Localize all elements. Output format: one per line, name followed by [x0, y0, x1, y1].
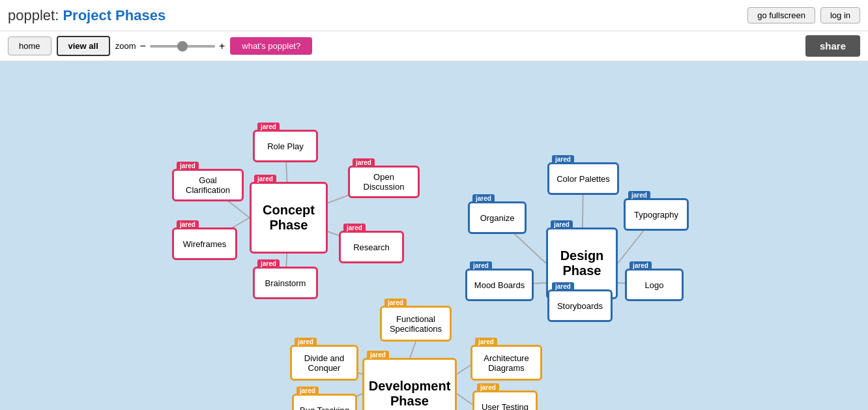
whats-popplet-button[interactable]: what's popplet?: [230, 37, 312, 55]
logo-card[interactable]: jared Logo: [625, 269, 684, 301]
arch-diagrams-card[interactable]: jared Architecture Diagrams: [470, 345, 542, 381]
concept-phase-text: Concept Phase: [252, 184, 326, 252]
organize-card[interactable]: jared Organize: [468, 201, 527, 234]
share-button[interactable]: share: [805, 35, 860, 57]
functional-spec-text: Functional Specifications: [382, 308, 450, 340]
bug-tracking-label: jared: [297, 387, 319, 395]
color-palettes-text: Color Palettes: [549, 164, 617, 193]
zoom-control: zoom − +: [115, 40, 225, 52]
divide-conquer-card[interactable]: jared Divide and Conquer: [290, 345, 358, 381]
typography-text: Typography: [626, 200, 687, 229]
brainstorm-label: jared: [257, 259, 280, 268]
mood-boards-card[interactable]: jared Mood Boards: [465, 269, 534, 301]
open-discussion-text: Open Discussion: [350, 168, 418, 196]
user-testing-card[interactable]: jared User Testing: [472, 390, 538, 410]
zoom-plus-button[interactable]: +: [219, 40, 225, 52]
logo-text: Logo: [627, 271, 682, 299]
arch-diagrams-text: Architecture Diagrams: [472, 347, 540, 379]
goal-clarification-card[interactable]: jared Goal Clarification: [172, 169, 244, 201]
typography-label: jared: [628, 191, 650, 199]
mood-boards-text: Mood Boards: [467, 271, 532, 299]
wireframes-text: Wireframes: [174, 229, 235, 258]
zoom-label: zoom: [115, 41, 136, 51]
zoom-minus-button[interactable]: −: [140, 40, 146, 52]
role-play-card[interactable]: jared Role Play: [253, 130, 318, 162]
development-phase-label: jared: [367, 351, 389, 359]
storyboards-card[interactable]: jared Storyboards: [547, 289, 613, 322]
zoom-slider[interactable]: [150, 45, 215, 48]
goal-clarification-text: Goal Clarification: [174, 171, 242, 199]
functional-spec-card[interactable]: jared Functional Specifications: [380, 306, 452, 342]
goal-clarification-label: jared: [177, 162, 199, 170]
typography-card[interactable]: jared Typography: [624, 198, 689, 231]
app-logo: popplet: Project Phases: [8, 7, 166, 24]
open-discussion-card[interactable]: jared Open Discussion: [348, 166, 420, 198]
functional-spec-label: jared: [384, 299, 407, 307]
wireframes-card[interactable]: jared Wireframes: [172, 227, 237, 260]
development-phase-card[interactable]: jared Development Phase: [362, 358, 457, 410]
fullscreen-button[interactable]: go fullscreen: [747, 7, 815, 23]
color-palettes-label: jared: [552, 155, 574, 164]
header: popplet: Project Phases go fullscreen lo…: [0, 0, 868, 31]
organize-text: Organize: [470, 203, 525, 232]
design-phase-label: jared: [551, 220, 573, 229]
toolbar: home view all zoom − + what's popplet? s…: [0, 31, 868, 61]
role-play-label: jared: [257, 123, 280, 131]
open-discussion-label: jared: [353, 158, 375, 167]
user-testing-text: User Testing: [474, 392, 536, 410]
concept-phase-card[interactable]: jared Concept Phase: [250, 182, 328, 254]
divide-conquer-text: Divide and Conquer: [292, 347, 356, 379]
logo-label: jared: [629, 261, 652, 270]
login-button[interactable]: log in: [820, 7, 860, 23]
brainstorm-card[interactable]: jared Brainstorm: [253, 267, 318, 299]
wireframes-label: jared: [177, 220, 199, 229]
research-label: jared: [343, 224, 366, 232]
bug-tracking-text: Bug Tracking: [294, 396, 355, 410]
home-button[interactable]: home: [8, 37, 51, 55]
divide-conquer-label: jared: [295, 338, 317, 346]
role-play-text: Role Play: [255, 132, 316, 160]
brainstorm-text: Brainstorm: [255, 269, 316, 297]
app-title: Project Phases: [59, 7, 166, 23]
research-text: Research: [341, 233, 402, 261]
bug-tracking-card[interactable]: jared Bug Tracking: [292, 394, 357, 410]
header-actions: go fullscreen log in: [747, 7, 860, 23]
organize-label: jared: [472, 194, 495, 203]
development-phase-text: Development Phase: [364, 360, 455, 410]
user-testing-label: jared: [477, 383, 499, 392]
storyboards-label: jared: [552, 282, 574, 291]
viewall-button[interactable]: view all: [57, 36, 110, 56]
concept-phase-label: jared: [254, 175, 276, 183]
research-card[interactable]: jared Research: [339, 231, 404, 263]
mood-boards-label: jared: [470, 261, 492, 270]
arch-diagrams-label: jared: [475, 338, 497, 346]
storyboards-text: Storyboards: [549, 291, 611, 320]
canvas: jared Concept Phase jared Role Play jare…: [0, 61, 868, 410]
color-palettes-card[interactable]: jared Color Palettes: [547, 162, 619, 195]
svg-line-12: [410, 342, 416, 358]
